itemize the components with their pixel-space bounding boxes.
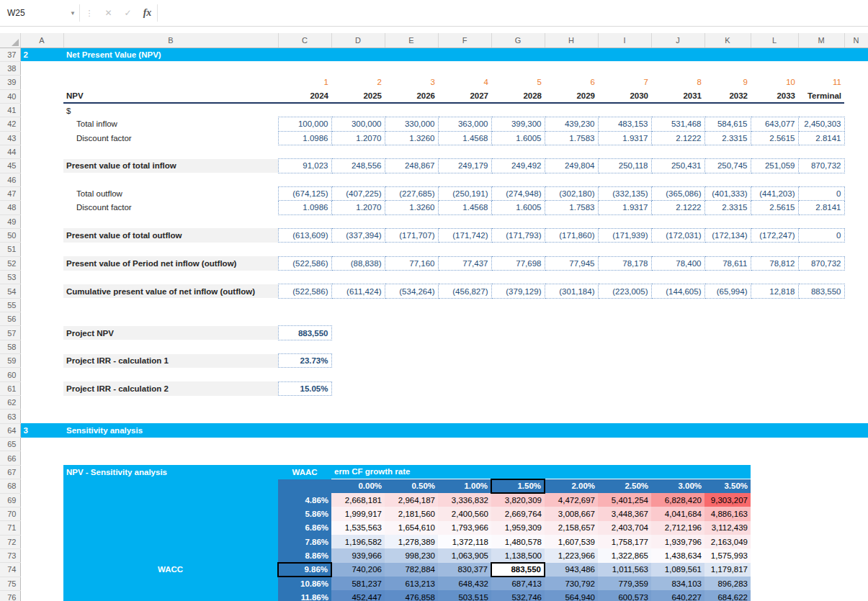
column-header-e[interactable]: E — [385, 33, 438, 48]
sensitivity-value-8-86-2-50[interactable]: 1,322,865 — [598, 548, 651, 562]
wacc-rate-8-86[interactable]: 8.86% — [278, 548, 331, 562]
cell-b72[interactable] — [63, 535, 278, 548]
row-header-67[interactable]: 67 — [0, 465, 20, 479]
formula-input[interactable] — [158, 0, 868, 26]
value-discount-factor-j48[interactable]: 2.1222 — [651, 201, 704, 214]
value-discount-factor-f48[interactable]: 1.4568 — [438, 201, 491, 214]
row-header-52[interactable]: 52 — [0, 256, 20, 270]
sensitivity-value-9-86-0-50[interactable]: 782,884 — [385, 563, 438, 577]
cell-a50[interactable] — [20, 228, 63, 242]
sensitivity-value-8-86-3-00[interactable]: 1,438,634 — [651, 548, 704, 562]
sensitivity-value-8-86-1-00[interactable]: 1,063,905 — [438, 548, 491, 562]
fx-icon[interactable]: fx — [138, 0, 157, 26]
cells-41-rest[interactable] — [278, 103, 868, 117]
value-total-outflow-h47[interactable]: (302,180) — [545, 186, 598, 200]
label-discount-factor[interactable]: Discount factor — [63, 131, 278, 145]
label-discount-factor[interactable]: Discount factor — [63, 201, 278, 214]
row-header-41[interactable]: 41 — [0, 103, 20, 117]
sensitivity-value-5-86-1-50[interactable]: 2,669,764 — [491, 507, 545, 520]
cells-58[interactable] — [20, 340, 868, 353]
cell-n43[interactable] — [844, 131, 868, 145]
label-present-value-of-total-inflow[interactable]: Present value of total inflow — [63, 159, 278, 173]
row-header-70[interactable]: 70 — [0, 507, 20, 520]
sensitivity-value-5-86-2-50[interactable]: 3,448,367 — [598, 507, 651, 520]
sensitivity-value-10-86-2-50[interactable]: 779,359 — [598, 577, 651, 590]
cell-n48[interactable] — [844, 201, 868, 214]
cell-c68[interactable] — [278, 479, 331, 493]
growth-rate-header-3-00[interactable]: 3.00% — [651, 479, 704, 493]
cell-a70[interactable] — [20, 507, 63, 520]
sensitivity-value-11-86-0-50[interactable]: 476,858 — [385, 590, 438, 601]
value-cumulative-present-value-of-net-inflow-outflow-c54[interactable]: (522,586) — [278, 284, 331, 298]
value-present-value-of-total-outflow-g50[interactable]: (171,793) — [491, 228, 545, 242]
value-present-value-of-total-outflow-m50[interactable]: 0 — [798, 228, 844, 242]
cell-a47[interactable] — [20, 186, 63, 200]
cell-b75[interactable] — [63, 577, 278, 590]
sensitivity-value-5-86-0-50[interactable]: 2,181,560 — [385, 507, 438, 520]
year-header-2024[interactable]: 2024 — [278, 89, 331, 103]
column-header-d[interactable]: D — [331, 33, 385, 48]
row-header-37[interactable]: 37 — [0, 48, 20, 61]
row-header-68[interactable]: 68 — [0, 479, 20, 493]
row-header-57[interactable]: 57 — [0, 326, 20, 340]
value-discount-factor-j43[interactable]: 2.1222 — [651, 131, 704, 145]
row-header-54[interactable]: 54 — [0, 284, 20, 298]
value-present-value-of-period-net-inflow-outflow-i52[interactable]: 78,178 — [598, 256, 651, 270]
wacc-rate-5-86[interactable]: 5.86% — [278, 507, 331, 520]
cells-59-rest[interactable] — [331, 354, 868, 368]
cell-a59[interactable] — [20, 354, 63, 368]
value-present-value-of-period-net-inflow-outflow-g52[interactable]: 77,698 — [491, 256, 545, 270]
label-project-irr-calculation-2[interactable]: Project IRR - calculation 2 — [63, 381, 278, 395]
cell-b70[interactable] — [63, 507, 278, 520]
growth-rate-header-2-00[interactable]: 2.00% — [545, 479, 598, 493]
cells-46[interactable] — [20, 173, 868, 186]
cells-55[interactable] — [20, 298, 868, 312]
row-header-62[interactable]: 62 — [0, 396, 20, 410]
cell-a42[interactable] — [20, 117, 63, 131]
sensitivity-value-7-86-1-00[interactable]: 1,372,118 — [438, 535, 491, 548]
row-header-71[interactable]: 71 — [0, 521, 20, 535]
row-header-51[interactable]: 51 — [0, 243, 20, 256]
value-present-value-of-total-inflow-c45[interactable]: 91,023 — [278, 159, 331, 173]
value-discount-factor-k43[interactable]: 2.3315 — [704, 131, 751, 145]
row-header-65[interactable]: 65 — [0, 438, 20, 451]
cell-a57[interactable] — [20, 326, 63, 340]
cell-a71[interactable] — [20, 521, 63, 535]
cells-69-rest[interactable] — [751, 493, 868, 507]
growth-rate-header-0-50[interactable]: 0.50% — [385, 479, 438, 493]
cells-57-rest[interactable] — [331, 326, 868, 340]
cells-61-rest[interactable] — [331, 381, 868, 395]
value-discount-factor-k48[interactable]: 2.3315 — [704, 201, 751, 214]
value-total-inflow-k42[interactable]: 584,615 — [704, 117, 751, 131]
value-discount-factor-d48[interactable]: 1.2070 — [331, 201, 385, 214]
label-present-value-of-period-net-inflow-outflow[interactable]: Present value of Period net inflow (outf… — [63, 256, 278, 270]
value-cumulative-present-value-of-net-inflow-outflow-e54[interactable]: (534,264) — [385, 284, 438, 298]
row-header-63[interactable]: 63 — [0, 410, 20, 423]
value-total-inflow-d42[interactable]: 300,000 — [331, 117, 385, 131]
period-number-1[interactable]: 1 — [278, 76, 331, 89]
row-header-58[interactable]: 58 — [0, 340, 20, 353]
value-present-value-of-total-inflow-i45[interactable]: 250,118 — [598, 159, 651, 173]
period-number-6[interactable]: 6 — [545, 76, 598, 89]
cell-a73[interactable] — [20, 548, 63, 562]
value-present-value-of-total-outflow-j50[interactable]: (172,031) — [651, 228, 704, 242]
value-total-outflow-f47[interactable]: (250,191) — [438, 186, 491, 200]
year-header-2027[interactable]: 2027 — [438, 89, 491, 103]
value-present-value-of-total-inflow-m45[interactable]: 870,732 — [798, 159, 844, 173]
cells-53[interactable] — [20, 271, 868, 284]
value-present-value-of-total-inflow-j45[interactable]: 250,431 — [651, 159, 704, 173]
value-discount-factor-i48[interactable]: 1.9317 — [598, 201, 651, 214]
value-present-value-of-total-outflow-c50[interactable]: (613,609) — [278, 228, 331, 242]
sensitivity-value-8-86-3-50[interactable]: 1,575,993 — [704, 548, 751, 562]
value-total-outflow-m47[interactable]: 0 — [798, 186, 844, 200]
cell-a61[interactable] — [20, 381, 63, 395]
cells-68-rest[interactable] — [751, 479, 868, 493]
growth-rate-header-0-00[interactable]: 0.00% — [331, 479, 385, 493]
row-header-50[interactable]: 50 — [0, 228, 20, 242]
value-total-inflow-m42[interactable]: 2,450,303 — [798, 117, 844, 131]
sensitivity-value-11-86-3-00[interactable]: 640,227 — [651, 590, 704, 601]
cells-39-ab[interactable] — [20, 76, 278, 89]
period-number-11[interactable]: 11 — [798, 76, 844, 89]
value-present-value-of-period-net-inflow-outflow-m52[interactable]: 870,732 — [798, 256, 844, 270]
year-header-2030[interactable]: 2030 — [598, 89, 651, 103]
